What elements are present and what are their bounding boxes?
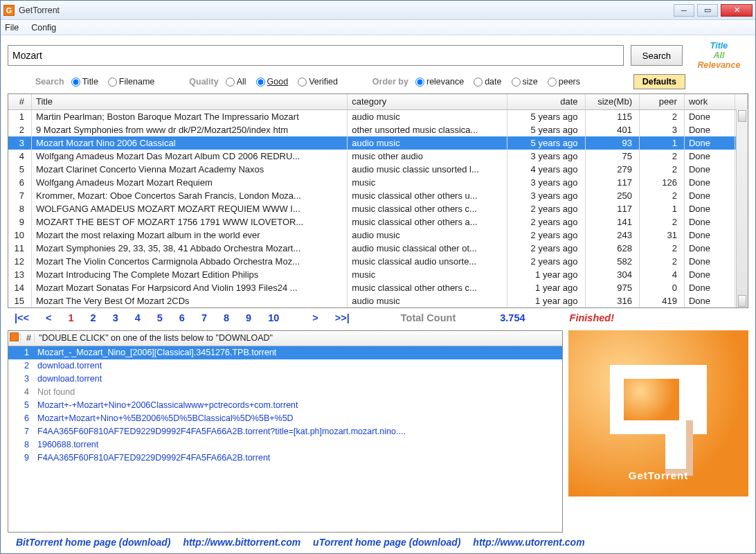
table-row[interactable]: 5Mozart Clarinet Concerto Vienna Mozart … — [8, 163, 748, 176]
logo-text: GetTorrent — [629, 470, 688, 481]
utorrent-link-label[interactable]: uTorrent home page (download) — [313, 537, 460, 548]
app-window: G GetTorrent ─ ▭ ✕ File Config Search Ti… — [0, 0, 756, 554]
page-8[interactable]: 8 — [224, 312, 229, 323]
page-4[interactable]: 4 — [135, 312, 141, 323]
download-item[interactable]: 4Not found — [8, 386, 562, 399]
window-buttons: ─ ▭ ✕ — [674, 4, 753, 17]
maximize-button[interactable]: ▭ — [697, 4, 718, 17]
table-row[interactable]: 6Wolfgang Amadeus Mozart Mozart Requiemm… — [8, 176, 748, 189]
table-row[interactable]: 9MOZART THE BEST OF MOZART 1756 1791 WWW… — [8, 215, 748, 229]
bittorrent-link-url[interactable]: http://www.bittorrent.com — [183, 537, 300, 548]
total-count: 3.754 — [500, 312, 525, 323]
radio-relevance[interactable]: relevance — [415, 77, 464, 87]
page-next[interactable]: > — [312, 312, 318, 323]
table-row[interactable]: 13Mozart Introducing The Complete Mozart… — [8, 268, 748, 281]
utorrent-link-url[interactable]: http://www.utorrent.com — [473, 537, 584, 548]
page-first[interactable]: |<< — [15, 312, 29, 323]
table-row[interactable]: 12Mozart The Violin Concertos Carmignola… — [8, 255, 748, 268]
table-row[interactable]: 8WOLFGANG AMADEUS MOZART MOZART REQUIEM … — [8, 202, 748, 215]
col-title[interactable]: Title — [31, 94, 347, 109]
table-row[interactable]: 15Mozart The Very Best Of Mozart 2CDsaud… — [8, 294, 748, 307]
menu-file[interactable]: File — [5, 23, 19, 33]
search-button[interactable]: Search — [631, 45, 683, 66]
radio-peers[interactable]: peers — [548, 77, 580, 87]
defaults-button[interactable]: Defaults — [633, 74, 685, 89]
scrollbar[interactable] — [736, 109, 748, 307]
dl-header: "DOUBLE CLICK" on one of the lists below… — [35, 333, 507, 343]
menubar: File Config — [1, 20, 755, 35]
total-label: Total Count — [401, 312, 456, 323]
table-row[interactable]: 11Mozart Symphonies 29, 33, 35, 38, 41 A… — [8, 242, 748, 255]
download-panel: # "DOUBLE CLICK" on one of the lists bel… — [8, 330, 563, 533]
table-row[interactable]: 7Krommer, Mozart: Oboe Concertos Sarah F… — [8, 189, 748, 202]
dl-logo-icon — [8, 332, 21, 343]
page-prev[interactable]: < — [46, 312, 51, 323]
dl-col-num: # — [21, 333, 35, 343]
table-row[interactable]: 4Wolfgang Amadeus Mozart Das Mozart Albu… — [8, 150, 748, 163]
table-row[interactable]: 3Mozart Mozart Nino 2006 Classicalaudio … — [8, 136, 748, 150]
app-logo-icon: G — [3, 5, 15, 16]
results-grid: # Title category date size(Mb) peer work… — [8, 93, 748, 308]
footer-links: BitTorrent home page (download) http://w… — [8, 533, 748, 553]
page-7[interactable]: 7 — [201, 312, 207, 323]
page-3[interactable]: 3 — [113, 312, 118, 323]
table-row[interactable]: 10Mozart the most relaxing Mozart album … — [8, 229, 748, 242]
page-10[interactable]: 10 — [268, 312, 279, 323]
label-quality: Quality — [189, 77, 218, 87]
download-item[interactable]: 1Mozart_-_Mozart_Nino_[2006][Classical].… — [8, 346, 562, 359]
radio-title[interactable]: Title — [71, 77, 98, 87]
titlebar: G GetTorrent ─ ▭ ✕ — [1, 1, 755, 20]
col-work[interactable]: work — [684, 94, 735, 109]
status-relevance: Relevance — [690, 60, 748, 70]
col-scroll — [735, 94, 748, 109]
table-row[interactable]: 14Mozart Mozart Sonatas For Harpsicord A… — [8, 281, 748, 294]
radio-verified[interactable]: Verified — [298, 77, 338, 87]
download-item[interactable]: 81960688.torrent — [8, 438, 562, 452]
col-peer[interactable]: peer — [640, 94, 685, 109]
filter-row: Search Title Filename Quality All Good V… — [8, 74, 748, 89]
status-panel: Title All Relevance — [690, 41, 748, 70]
page-5[interactable]: 5 — [157, 312, 163, 323]
page-last[interactable]: >>| — [335, 312, 350, 323]
radio-size[interactable]: size — [512, 77, 538, 87]
window-title: GetTorrent — [19, 6, 60, 15]
col-category[interactable]: category — [348, 94, 507, 109]
col-size[interactable]: size(Mb) — [585, 94, 639, 109]
pager: |<< < 12345678910 > >>| Total Count 3.75… — [8, 308, 748, 328]
radio-filename[interactable]: Filename — [108, 77, 154, 87]
menu-config[interactable]: Config — [31, 23, 56, 33]
bittorrent-link-label[interactable]: BitTorrent home page (download) — [16, 537, 170, 548]
radio-all[interactable]: All — [226, 77, 246, 87]
close-button[interactable]: ✕ — [721, 4, 753, 17]
finished-label: Finished! — [570, 312, 614, 323]
table-row[interactable]: 29 Mozart Symphonies from www dr dk/P2/M… — [8, 123, 748, 136]
download-item[interactable]: 9F4AA365F60F810AF7ED9229D9992F4FA5FA66A2… — [8, 452, 562, 465]
page-2[interactable]: 2 — [91, 312, 96, 323]
download-item[interactable]: 5Mozart+-+Mozart+Nino+2006Classicalwww+p… — [8, 399, 562, 412]
status-title: Title — [690, 41, 748, 51]
col-date[interactable]: date — [507, 94, 585, 109]
status-all: All — [690, 51, 748, 60]
download-item[interactable]: 7F4AA365F60F810AF7ED9229D9992F4FA5FA66A2… — [8, 425, 562, 438]
table-row[interactable]: 1Martin Pearlman; Boston Baroque Mozart … — [8, 109, 748, 123]
download-item[interactable]: 6Mozart+Mozart+Nino+%5B2006%5D%5BClassic… — [8, 412, 562, 425]
page-6[interactable]: 6 — [179, 312, 185, 323]
logo-artwork: GetTorrent — [568, 330, 748, 497]
radio-good[interactable]: Good — [256, 77, 289, 87]
col-num[interactable]: # — [8, 94, 31, 109]
download-item[interactable]: 2download.torrent — [8, 359, 562, 373]
search-input[interactable] — [8, 45, 624, 66]
page-9[interactable]: 9 — [246, 312, 251, 323]
minimize-button[interactable]: ─ — [674, 4, 694, 17]
page-1[interactable]: 1 — [68, 312, 73, 323]
label-search: Search — [35, 77, 64, 87]
label-orderby: Order by — [372, 77, 408, 87]
download-item[interactable]: 3download.torrent — [8, 373, 562, 386]
radio-date[interactable]: date — [474, 77, 501, 87]
